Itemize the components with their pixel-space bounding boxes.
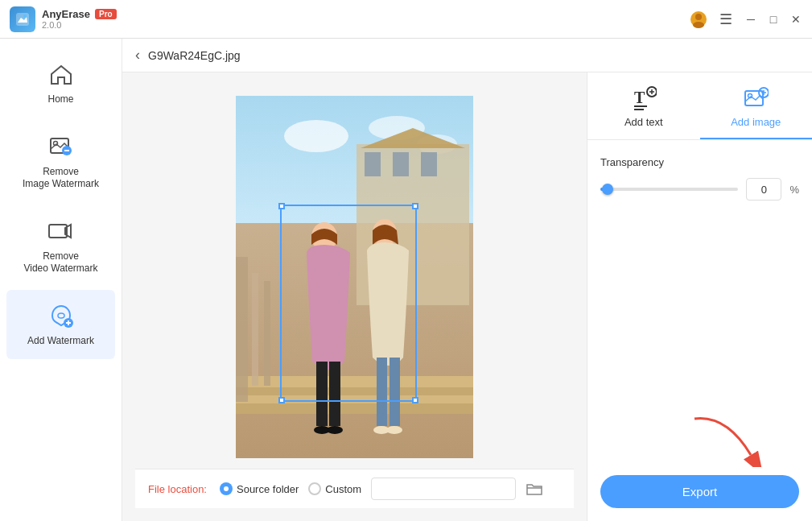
- panel-tabs: T Add text: [587, 72, 812, 140]
- arrow-container: [600, 419, 799, 475]
- svg-rect-30: [329, 362, 340, 426]
- svg-rect-35: [390, 358, 400, 426]
- pct-sign: %: [789, 184, 799, 196]
- main-photo[interactable]: [236, 96, 473, 458]
- profile-icon[interactable]: [690, 10, 707, 28]
- sidebar-item-home-label: Home: [47, 93, 73, 106]
- maximize-button[interactable]: □: [767, 13, 780, 26]
- image-container: [135, 85, 574, 469]
- export-button[interactable]: Export: [600, 475, 799, 508]
- image-wrapper: [236, 96, 473, 458]
- svg-rect-21: [236, 402, 473, 414]
- custom-path-input[interactable]: [371, 478, 516, 500]
- remove-video-watermark-icon: [47, 217, 76, 246]
- svg-point-37: [386, 426, 402, 434]
- app-logo: [10, 6, 35, 32]
- browse-folder-button[interactable]: [526, 480, 543, 498]
- app-title-area: AnyErase Pro 2.0.0: [42, 8, 690, 30]
- sidebar-item-add-watermark-label: Add Watermark: [27, 335, 94, 348]
- folder-icon: [526, 480, 543, 498]
- svg-point-14: [284, 120, 348, 152]
- custom-option[interactable]: Custom: [308, 482, 361, 495]
- transparency-label: Transparency: [600, 156, 799, 168]
- right-panel: T Add text: [587, 72, 812, 521]
- minimize-button[interactable]: ─: [744, 13, 757, 26]
- workspace: File location: Source folder Custom: [122, 72, 812, 521]
- sidebar-item-remove-video[interactable]: RemoveVideo Watermark: [6, 205, 115, 287]
- tab-add-text-label: Add text: [624, 116, 663, 128]
- file-name: G9WaR24EgC.jpg: [148, 49, 241, 62]
- back-button[interactable]: ‹: [135, 47, 140, 64]
- titlebar-controls: ☰ ─ □ ✕: [690, 10, 802, 28]
- sidebar-item-add-watermark[interactable]: Add Watermark: [6, 290, 115, 359]
- svg-rect-25: [236, 257, 248, 402]
- add-watermark-icon: [47, 301, 76, 330]
- svg-text:T: T: [634, 89, 645, 106]
- file-location-label: File location:: [148, 483, 207, 495]
- file-location-bar: File location: Source folder Custom: [135, 469, 574, 508]
- transparency-slider-thumb[interactable]: [602, 184, 613, 195]
- svg-rect-24: [236, 376, 473, 387]
- svg-rect-26: [252, 273, 258, 386]
- sidebar-item-remove-video-label: RemoveVideo Watermark: [23, 250, 97, 275]
- source-folder-option[interactable]: Source folder: [220, 482, 299, 495]
- svg-rect-9: [49, 225, 67, 238]
- top-bar: ‹ G9WaR24EgC.jpg: [122, 39, 812, 72]
- svg-point-32: [327, 426, 343, 434]
- transparency-slider-track[interactable]: [600, 188, 738, 191]
- custom-label: Custom: [325, 483, 361, 495]
- tab-add-text[interactable]: T Add text: [587, 72, 700, 139]
- add-image-icon: [743, 85, 769, 111]
- sidebar-item-home[interactable]: Home: [6, 48, 115, 118]
- svg-rect-34: [377, 358, 387, 426]
- custom-radio[interactable]: [308, 482, 321, 495]
- sidebar-item-remove-image-label: RemoveImage Watermark: [23, 166, 99, 191]
- sidebar-item-remove-image[interactable]: RemoveImage Watermark: [6, 121, 115, 202]
- app-version: 2.0.0: [42, 20, 690, 30]
- source-folder-label: Source folder: [237, 483, 299, 495]
- export-area: Export: [587, 406, 812, 521]
- sidebar: Home RemoveImage Watermark RemoveVideo W…: [0, 39, 122, 521]
- add-text-icon: T: [631, 85, 657, 111]
- svg-rect-19: [393, 152, 409, 176]
- main-layout: Home RemoveImage Watermark RemoveVideo W…: [0, 39, 812, 521]
- close-button[interactable]: ✕: [789, 13, 802, 26]
- red-arrow: [678, 411, 775, 467]
- svg-rect-29: [316, 362, 328, 426]
- home-icon: [47, 60, 76, 89]
- pro-badge: Pro: [95, 9, 117, 19]
- remove-image-watermark-icon: [47, 132, 76, 161]
- svg-point-1: [23, 14, 27, 18]
- svg-rect-27: [264, 281, 270, 386]
- content-area: ‹ G9WaR24EgC.jpg: [122, 39, 812, 521]
- svg-point-4: [693, 22, 704, 28]
- menu-icon[interactable]: ☰: [717, 10, 735, 28]
- panel-content: Transparency %: [587, 140, 812, 406]
- transparency-value-input[interactable]: [746, 178, 781, 201]
- svg-rect-20: [421, 152, 437, 176]
- source-folder-radio[interactable]: [220, 482, 233, 495]
- tab-add-image[interactable]: Add image: [700, 72, 813, 139]
- tab-add-image-label: Add image: [731, 116, 781, 128]
- app-name: AnyErase: [42, 8, 90, 20]
- svg-rect-18: [365, 152, 381, 176]
- titlebar: AnyErase Pro 2.0.0 ☰ ─ □ ✕: [0, 0, 812, 39]
- svg-point-3: [695, 14, 702, 20]
- canvas-area: File location: Source folder Custom: [122, 72, 587, 521]
- transparency-control: %: [600, 178, 799, 201]
- photo-overlay: [236, 96, 473, 458]
